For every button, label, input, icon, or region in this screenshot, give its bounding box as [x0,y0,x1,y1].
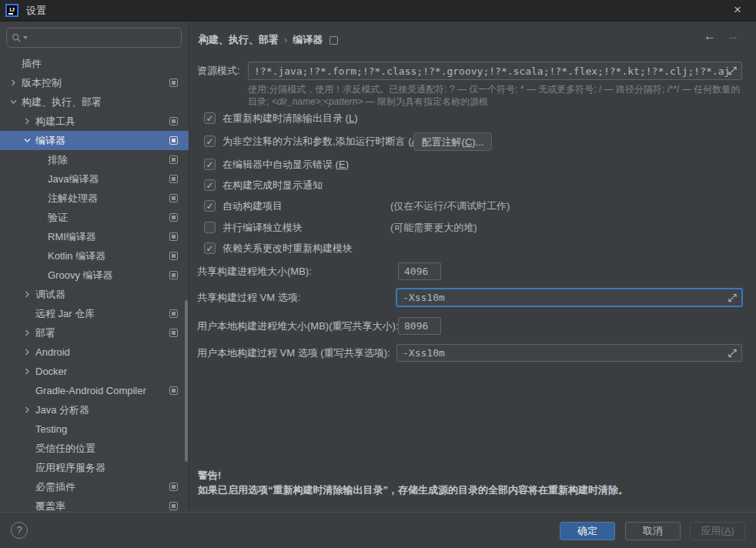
sidebar-item[interactable]: Java编译器 [0,169,189,189]
checkbox-row: ✓在重新构建时清除输出目录 (L) [189,109,756,128]
sidebar-item[interactable]: 验证 [0,208,189,227]
checkbox-label: 依赖关系更改时重新构建模块 [222,239,353,258]
expand-field-icon[interactable] [728,349,737,357]
sidebar-item[interactable]: Gradle-Android Compiler [0,381,189,400]
sidebar-item[interactable]: 注解处理器 [0,189,189,208]
sidebar-item[interactable]: 应用程序服务器 [0,458,189,477]
warning-block: 警告! 如果已启用选项“重新构建时清除输出目录”，存储生成源的目录的全部内容将在… [198,468,628,497]
sidebar-item-label: Groovy 编译器 [0,269,113,281]
sidebar-item[interactable]: Testing [0,419,189,439]
back-arrow-icon[interactable]: ← [704,29,716,43]
chevron-right-icon[interactable] [23,117,32,125]
checkbox-checked[interactable]: ✓ [204,242,216,254]
close-icon[interactable]: × [730,0,745,20]
configure-annotations-button[interactable]: 配置注解(C)... [413,132,492,151]
checkbox-checked[interactable]: ✓ [204,159,216,170]
sidebar-item[interactable]: 插件 [0,54,189,73]
ok-button[interactable]: 确定 [560,522,615,540]
checkbox-checked[interactable]: ✓ [204,135,216,147]
sidebar-item[interactable]: 调试器 [0,285,189,304]
inplace-config-icon [329,36,338,45]
sidebar-item-label: 调试器 [0,289,65,300]
chevron-down-icon[interactable] [23,136,32,145]
sidebar-item-label: 应用程序服务器 [0,462,105,473]
sidebar-item[interactable]: 构建、执行、部署 [0,92,189,112]
expand-field-icon[interactable] [728,67,737,75]
inplace-config-icon [169,232,178,241]
sidebar-item[interactable]: 必需插件 [0,477,189,496]
sidebar-item[interactable]: Android [0,342,189,362]
sidebar-item[interactable]: 部署 [0,323,189,342]
sidebar-item-label: RMI编译器 [0,231,96,242]
history-nav: ← → [704,29,739,43]
sidebar-scrollbar[interactable] [185,300,188,462]
field-input[interactable]: -Xss10m [396,344,742,362]
checkbox-checked[interactable]: ✓ [204,200,216,212]
checkbox-row: ✓在编辑器中自动显示错误 (E) [189,155,756,174]
window-title: 设置 [26,0,46,22]
sidebar-item-label: Java编译器 [0,173,99,185]
sidebar-item[interactable]: RMI编译器 [0,227,189,246]
breadcrumb-parent[interactable]: 构建、执行、部署 [199,32,279,48]
inplace-config-icon [169,309,178,318]
sidebar-item[interactable]: 编译器 [0,131,189,150]
sidebar-item-label: Kotlin 编译器 [0,250,105,262]
sidebar-item-label: Docker [0,366,67,377]
chevron-right-icon[interactable] [23,406,32,414]
sidebar-item-label: Testing [0,423,67,435]
sidebar-item[interactable]: 排除 [0,150,189,169]
inplace-config-icon [169,483,178,491]
sidebar-item[interactable]: 远程 Jar 仓库 [0,304,189,323]
chevron-right-icon[interactable] [23,348,32,356]
sidebar-item[interactable]: 受信任的位置 [0,439,189,458]
inplace-config-icon [169,213,178,222]
sidebar-item-label: Android [0,346,70,358]
settings-dialog: IJ 设置 × 插件版本控制构建、执行、部署构建工具编译器排除Java编译器注解… [0,0,756,548]
settings-search-input[interactable] [28,32,176,45]
sidebar-item[interactable]: Groovy 编译器 [0,266,189,285]
chevron-down-icon[interactable] [9,98,18,106]
forward-arrow-icon[interactable]: → [727,29,739,43]
warning-title: 警告! [198,468,628,483]
sidebar-item[interactable]: Java 分析器 [0,400,189,419]
inplace-config-icon [169,175,178,183]
checkbox-checked[interactable]: ✓ [204,179,216,191]
sidebar-item[interactable]: Kotlin 编译器 [0,246,189,266]
inplace-config-icon [169,502,178,510]
field-value: -Xss10m [403,292,445,303]
field-input[interactable]: -Xss10m [396,289,742,306]
inplace-config-icon [169,155,178,164]
sidebar-item[interactable]: 构建工具 [0,112,189,131]
inplace-config-icon [169,329,178,337]
checkbox-checked[interactable]: ✓ [204,112,216,124]
help-icon[interactable]: ? [11,522,28,539]
sidebar-item-label: 覆盖率 [0,500,65,512]
field-row: 用户本地构建进程堆大小(MB)(重写共享大小):8096 [189,317,756,336]
checkbox-unchecked[interactable] [204,222,216,233]
compiler-settings-page: 构建、执行、部署 › 编译器 ← → 资源模式: !?*.java;!?*.fo… [189,22,756,512]
field-input[interactable]: 8096 [398,317,441,335]
sidebar-item[interactable]: Docker [0,362,189,381]
field-row: 用户本地构建过程 VM 选项 (重写共享选项):-Xss10m [189,344,756,363]
field-label: 共享构建进程堆大小(MB): [197,262,312,280]
warning-text: 如果已启用选项“重新构建时清除输出目录”，存储生成源的目录的全部内容将在重新构建… [198,483,628,497]
sidebar-item-label: 排除 [0,154,68,165]
chevron-right-icon[interactable] [23,290,32,299]
apply-button[interactable]: 应用(A) [690,522,745,540]
chevron-right-icon[interactable] [23,367,32,376]
field-label: 共享构建过程 VM 选项: [197,289,300,306]
chevron-right-icon[interactable] [23,329,32,337]
checkbox-row: ✓为非空注释的方法和参数,添加运行时断言 (A)配置注解(C)... [189,132,756,151]
sidebar-item[interactable]: 版本控制 [0,73,189,92]
field-input[interactable]: 4096 [398,262,441,280]
chevron-right-icon[interactable] [9,79,18,87]
sidebar-item[interactable]: 覆盖率 [0,496,189,512]
sidebar-item-label: 验证 [0,212,68,223]
field-value: 4096 [404,266,428,277]
search-box[interactable] [6,28,182,48]
cancel-button[interactable]: 取消 [625,522,681,540]
field-label: 用户本地构建过程 VM 选项 (重写共享选项): [197,344,390,362]
expand-field-icon[interactable] [728,293,737,302]
resource-patterns-input[interactable]: !?*.java;!?*.form;!?*.class;!?*.groovy;!… [248,62,742,80]
sidebar-item-label: 必需插件 [0,481,75,493]
